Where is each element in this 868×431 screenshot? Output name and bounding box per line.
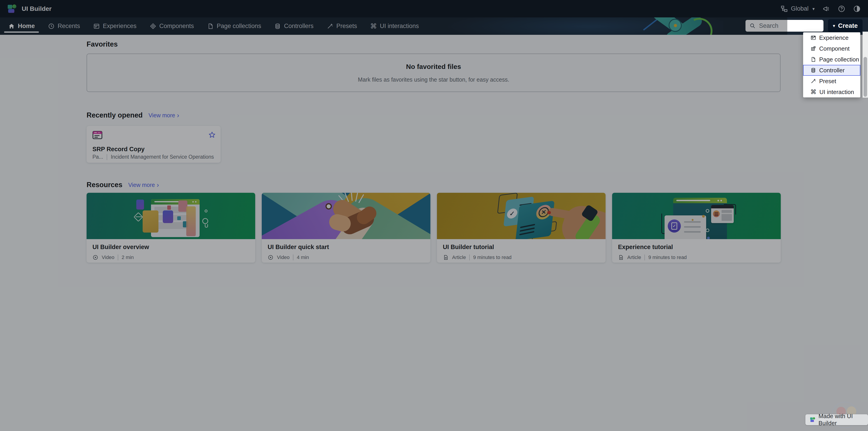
ui-builder-logo-icon xyxy=(810,416,815,423)
wand-icon xyxy=(810,78,816,84)
page-icon xyxy=(810,57,816,62)
menu-item-preset[interactable]: Preset xyxy=(803,76,860,87)
browser-icon xyxy=(810,35,816,41)
component-icon xyxy=(810,45,816,52)
menu-item-experience[interactable]: Experience xyxy=(803,32,860,43)
create-menu: Experience Component Page collection Con… xyxy=(803,32,860,97)
menu-item-component[interactable]: Component xyxy=(803,43,860,54)
chevron-down-icon: ▾ xyxy=(833,23,835,29)
menu-item-ui-interaction[interactable]: ⌘ UI interaction xyxy=(803,87,860,97)
menu-item-controller[interactable]: Controller xyxy=(803,65,860,76)
database-icon xyxy=(810,67,816,73)
scrollbar-thumb[interactable] xyxy=(864,57,867,97)
menu-item-page-collection[interactable]: Page collection xyxy=(803,54,860,65)
scrollbar-track[interactable] xyxy=(863,32,868,98)
search-box-highlight xyxy=(787,20,824,32)
made-with-ui-builder-badge[interactable]: Made with UI Builder xyxy=(805,414,868,425)
modal-dim-overlay[interactable] xyxy=(0,0,868,431)
create-button[interactable]: ▾ Create xyxy=(828,19,863,32)
badge-label: Made with UI Builder xyxy=(818,413,864,427)
interaction-icon: ⌘ xyxy=(810,89,816,95)
ui-builder-home-screen: UI Builder Global ▾ xyxy=(0,0,868,431)
